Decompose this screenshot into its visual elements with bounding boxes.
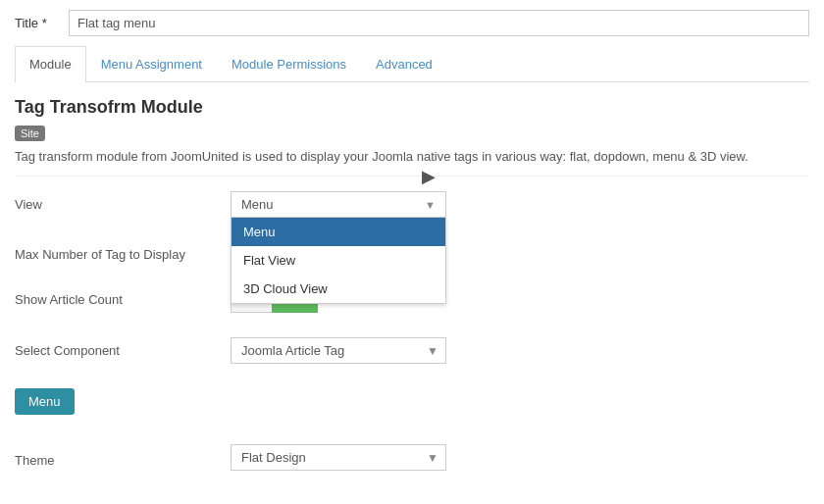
view-row: View Menu ▼ Menu Flat View 3D Cloud View…	[15, 191, 809, 227]
tabs-bar: Module Menu Assignment Module Permission…	[15, 46, 809, 82]
view-option-menu[interactable]: Menu	[232, 218, 445, 246]
select-component-dropdown[interactable]: Joomla Article Tag	[231, 337, 446, 364]
view-dropdown-menu: Menu Flat View 3D Cloud View	[231, 217, 446, 304]
tab-module[interactable]: Module	[15, 46, 86, 82]
module-heading: Tag Transofrm Module	[15, 97, 809, 118]
select-component-row: Select Component Joomla Article Tag ▼	[15, 337, 809, 374]
tab-module-permissions[interactable]: Module Permissions	[217, 46, 361, 81]
view-dropdown-trigger[interactable]: Menu ▼	[231, 191, 446, 217]
view-option-3d[interactable]: 3D Cloud View	[232, 275, 445, 303]
show-article-count-label: Show Article Count	[15, 286, 231, 307]
tab-advanced[interactable]: Advanced	[361, 46, 447, 81]
menu-button-wrap: Menu	[15, 388, 809, 429]
tab-menu-assignment[interactable]: Menu Assignment	[86, 46, 217, 81]
view-option-flat[interactable]: Flat View	[232, 246, 445, 275]
view-label: View	[15, 191, 231, 212]
view-dropdown[interactable]: Menu ▼ Menu Flat View 3D Cloud View	[231, 191, 809, 217]
theme-row: Theme Flat Design ▼	[15, 444, 809, 480]
view-control: Menu ▼ Menu Flat View 3D Cloud View ▶	[231, 191, 809, 217]
module-section: Tag Transofrm Module Site Tag transform …	[15, 97, 809, 480]
site-badge: Site	[15, 126, 45, 141]
theme-dropdown[interactable]: Flat Design	[231, 444, 446, 471]
select-component-wrap: Joomla Article Tag ▼	[231, 337, 446, 364]
module-description: Tag transform module from JoomUnited is …	[15, 149, 809, 176]
theme-control: Flat Design ▼	[231, 444, 809, 471]
title-input[interactable]	[69, 10, 809, 36]
menu-button[interactable]: Menu	[15, 388, 75, 415]
select-component-control: Joomla Article Tag ▼	[231, 337, 809, 364]
chevron-down-icon: ▼	[425, 199, 436, 211]
select-component-label: Select Component	[15, 337, 231, 358]
view-selected-value: Menu	[241, 197, 274, 212]
theme-label: Theme	[15, 447, 231, 468]
title-label: Title *	[15, 16, 69, 30]
theme-select-wrap: Flat Design ▼	[231, 444, 446, 471]
max-number-label: Max Number of Tag to Display	[15, 241, 231, 262]
